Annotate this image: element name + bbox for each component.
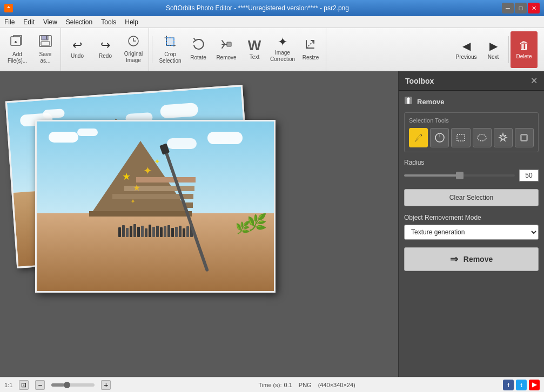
previous-label: Previous — [456, 54, 477, 60]
delete-icon: 🗑 — [519, 39, 529, 52]
remove-action-button[interactable]: ⇒ Remove — [404, 247, 539, 271]
image-correction-icon: ✦ — [278, 36, 287, 48]
menu-view[interactable]: View — [39, 16, 62, 28]
photo-front: 🌿 🌿 ✦ ★ ✦ ✦ ★ — [35, 120, 276, 293]
redo-label: Redo — [99, 53, 112, 59]
format-section: PNG — [299, 382, 312, 388]
toolbar: AddFile(s)... Saveas... ↩ Undo ↪ Redo — [0, 28, 544, 71]
sel-tool-eraser[interactable] — [430, 128, 449, 147]
image-correction-label: ImageCorrection — [270, 50, 295, 63]
remove-section-title: Remove — [404, 96, 539, 107]
radius-slider[interactable] — [404, 174, 515, 177]
crop-selection-button[interactable]: CropSelection — [156, 31, 184, 68]
facebook-icon[interactable]: f — [503, 380, 514, 390]
add-files-label: AddFile(s)... — [8, 51, 27, 64]
next-button[interactable]: ▶ Next — [480, 31, 507, 68]
next-label: Next — [488, 54, 499, 60]
next-icon: ▶ — [489, 39, 498, 52]
remove-label: Remove — [216, 55, 236, 61]
menu-help[interactable]: Help — [120, 16, 143, 28]
toolbox-content: Remove Selection Tools — [399, 91, 544, 377]
svg-rect-24 — [522, 136, 526, 140]
navigation-group: ◀ Previous ▶ Next 🗑 Delete — [453, 31, 542, 68]
menu-edit[interactable]: Edit — [19, 16, 39, 28]
app-title: SoftOrbits Photo Editor - ****Unregister… — [13, 4, 502, 12]
window-controls: ─ □ ✕ — [502, 3, 540, 13]
text-button[interactable]: W Text — [240, 31, 268, 68]
remove-button[interactable]: Remove — [212, 31, 240, 68]
youtube-icon[interactable]: ▶ — [529, 380, 540, 390]
radius-value: 50 — [519, 170, 539, 181]
object-removal-select[interactable]: Texture generation Fill with background … — [404, 225, 539, 240]
status-bar: 1:1 ⊡ − + Time (s): 0.1 PNG (440×340×24)… — [0, 377, 544, 392]
minimize-button[interactable]: ─ — [502, 3, 514, 13]
redo-button[interactable]: ↪ Redo — [91, 31, 119, 68]
object-removal-section: Object Removement Mode Texture generatio… — [404, 214, 539, 240]
redo-icon: ↪ — [100, 39, 110, 51]
previous-button[interactable]: ◀ Previous — [453, 31, 480, 68]
image-correction-button[interactable]: ✦ ImageCorrection — [268, 31, 297, 68]
sel-tool-stamp[interactable] — [515, 128, 534, 147]
time-label: Time (s): — [259, 382, 282, 388]
clear-selection-button[interactable]: Clear Selection — [404, 189, 539, 206]
radius-row: 50 — [404, 170, 539, 181]
svg-rect-21 — [457, 134, 465, 141]
text-label: Text — [250, 54, 259, 60]
sel-tool-magic[interactable] — [494, 128, 513, 147]
menu-file[interactable]: File — [0, 16, 19, 28]
sel-tool-rect[interactable] — [451, 128, 470, 147]
remove-arrow-icon: ⇒ — [450, 253, 458, 265]
zoom-level-text: 1:1 — [4, 382, 12, 388]
rotate-icon — [191, 38, 205, 53]
zoom-slider-fill — [51, 383, 64, 387]
svg-rect-6 — [41, 42, 50, 45]
edit-tools-group: ↩ Undo ↪ Redo OriginalImage — [62, 28, 149, 71]
canvas-background: 🌿 🌿 — [0, 71, 398, 377]
radius-section: Radius 50 — [404, 159, 539, 181]
main-tools-group: CropSelection Rotate Remove W — [155, 28, 326, 71]
twitter-icon[interactable]: t — [516, 380, 527, 390]
selection-tools-label: Selection Tools — [409, 117, 534, 124]
toolbox-close-button[interactable]: ✕ — [530, 76, 538, 86]
menu-tools[interactable]: Tools — [97, 16, 120, 28]
delete-button[interactable]: 🗑 Delete — [511, 31, 538, 68]
crop-icon — [163, 35, 177, 50]
close-button[interactable]: ✕ — [528, 3, 540, 13]
menu-selection[interactable]: Selection — [62, 16, 97, 28]
add-files-button[interactable]: AddFile(s)... — [3, 31, 31, 68]
zoom-slider-thumb[interactable] — [64, 382, 70, 388]
canvas-area[interactable]: 🌿 🌿 — [0, 71, 398, 377]
original-image-icon — [127, 35, 140, 49]
svg-point-22 — [478, 134, 486, 141]
original-image-button[interactable]: OriginalImage — [119, 31, 147, 68]
maximize-button[interactable]: □ — [515, 3, 527, 13]
remove-section-icon — [404, 96, 413, 107]
dimensions-text: (440×340×24) — [318, 382, 355, 388]
resize-button[interactable]: Resize — [297, 31, 325, 68]
app-icon — [4, 4, 13, 12]
sel-tool-lasso[interactable] — [473, 128, 492, 147]
title-bar: SoftOrbits Photo Editor - ****Unregister… — [0, 0, 544, 16]
time-section: Time (s): 0.1 — [259, 382, 292, 388]
selection-tools-box: Selection Tools — [404, 112, 539, 152]
zoom-out-button[interactable]: − — [35, 380, 45, 390]
fit-view-button[interactable]: ⊡ — [19, 380, 29, 390]
save-as-button[interactable]: Saveas... — [31, 31, 59, 68]
object-removal-label: Object Removement Mode — [404, 214, 539, 221]
sel-tool-brush[interactable] — [409, 128, 428, 147]
delete-label: Delete — [516, 53, 532, 59]
remove-action-label: Remove — [464, 255, 493, 263]
undo-label: Undo — [71, 53, 84, 59]
zoom-level-section: 1:1 — [4, 382, 12, 388]
undo-button[interactable]: ↩ Undo — [63, 31, 91, 68]
svg-rect-10 — [227, 42, 231, 46]
undo-icon: ↩ — [72, 39, 82, 51]
radius-label: Radius — [404, 159, 539, 166]
zoom-in-button[interactable]: + — [101, 380, 111, 390]
rotate-label: Rotate — [190, 55, 206, 61]
rotate-button[interactable]: Rotate — [184, 31, 212, 68]
selection-tools-row — [409, 128, 534, 147]
previous-icon: ◀ — [462, 39, 471, 52]
save-as-label: Saveas... — [39, 51, 52, 64]
toolbox-header: Toolbox ✕ — [399, 71, 544, 91]
